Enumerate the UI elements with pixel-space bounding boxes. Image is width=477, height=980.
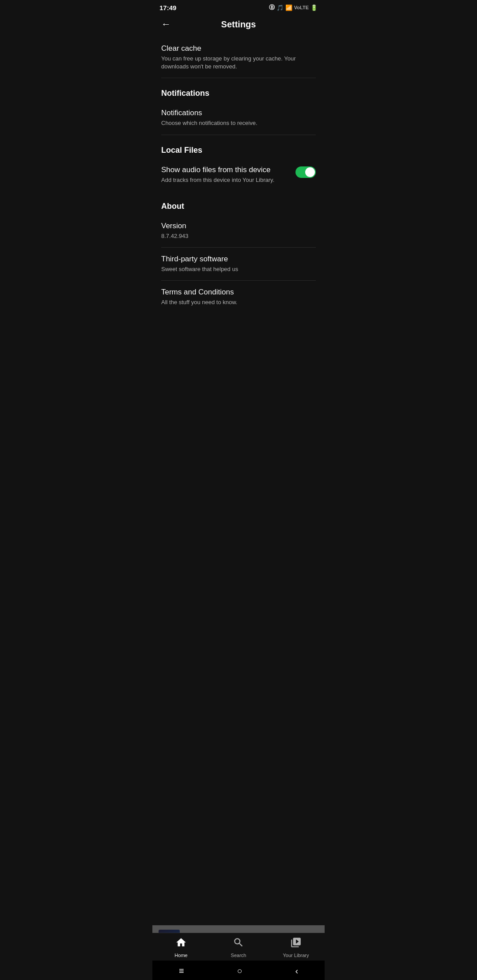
page-title: Settings <box>221 19 256 30</box>
version-title: Version <box>161 222 316 230</box>
show-audio-files-text: Show audio files from this device Add tr… <box>161 166 288 184</box>
version-item[interactable]: Version 8.7.42.943 <box>161 215 316 248</box>
third-party-item[interactable]: Third-party software Sweet software that… <box>161 248 316 281</box>
notifications-subtitle: Choose which notifications to receive. <box>161 119 316 127</box>
battery-icon: 🔋 <box>310 4 318 11</box>
toggle-knob <box>305 167 315 177</box>
version-number: 8.7.42.943 <box>161 232 316 240</box>
clear-cache-title: Clear cache <box>161 44 316 53</box>
terms-title: Terms and Conditions <box>161 288 316 297</box>
third-party-title: Third-party software <box>161 255 316 264</box>
show-audio-files-subtitle: Add tracks from this device into Your Li… <box>161 176 288 184</box>
notifications-item[interactable]: Notifications Choose which notifications… <box>161 102 316 135</box>
notifications-title: Notifications <box>161 109 316 117</box>
clear-cache-subtitle: You can free up storage by clearing your… <box>161 55 316 71</box>
show-audio-files-item[interactable]: Show audio files from this device Add tr… <box>161 158 316 191</box>
status-time: 17:49 <box>159 4 176 11</box>
local-files-section-header: Local Files <box>161 135 316 158</box>
spotify-status-icon: 🎵 <box>276 4 284 11</box>
settings-content: Clear cache You can free up storage by c… <box>152 37 325 384</box>
about-section-header: About <box>161 191 316 215</box>
show-audio-files-title: Show audio files from this device <box>161 166 288 174</box>
back-button[interactable]: ← <box>161 19 171 30</box>
terms-subtitle: All the stuff you need to know. <box>161 298 316 306</box>
clear-cache-item[interactable]: Clear cache You can free up storage by c… <box>161 37 316 78</box>
wifi-icon: 📶 <box>285 4 292 11</box>
notification-icon: Ⓑ <box>269 4 275 11</box>
status-bar: 17:49 Ⓑ 🎵 📶 VoLTE 🔋 <box>152 0 325 13</box>
settings-header: ← Settings <box>152 13 325 37</box>
signal-icon: VoLTE <box>294 5 309 10</box>
status-icons: Ⓑ 🎵 📶 VoLTE 🔋 <box>269 4 318 11</box>
notifications-section-header: Notifications <box>161 78 316 102</box>
third-party-subtitle: Sweet software that helped us <box>161 265 316 273</box>
show-audio-files-toggle[interactable] <box>295 166 316 178</box>
terms-item[interactable]: Terms and Conditions All the stuff you n… <box>161 281 316 313</box>
